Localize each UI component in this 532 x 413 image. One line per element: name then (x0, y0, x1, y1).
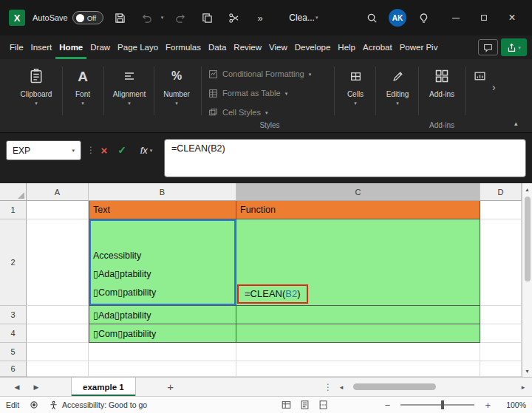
cell-D4[interactable] (480, 324, 522, 343)
zoom-slider-thumb[interactable] (441, 400, 444, 409)
cell-B6[interactable] (89, 361, 236, 377)
cell-C6[interactable] (236, 361, 480, 377)
format-as-table-button[interactable]: Format as Table ▾ (208, 84, 331, 102)
addins-button[interactable]: Add-ins (423, 64, 461, 126)
font-group-button[interactable]: A Font ▾ (66, 64, 99, 126)
row-header-5[interactable]: 5 (0, 343, 27, 361)
search-button[interactable] (362, 8, 381, 27)
horizontal-scroll-track[interactable] (347, 382, 517, 392)
vertical-scroll-thumb[interactable] (525, 197, 531, 281)
zoom-in-button[interactable]: + (485, 400, 491, 411)
alignment-group-button[interactable]: Alignment ▾ (108, 64, 151, 126)
horizontal-scrollbar[interactable]: ◂ ▸ (335, 378, 529, 396)
cells-group-button[interactable]: Cells ▾ (338, 64, 372, 126)
sheetbar-divider-handle[interactable]: ⋮ (321, 378, 335, 396)
tab-view[interactable]: View (265, 35, 291, 59)
tab-draw[interactable]: Draw (86, 35, 114, 59)
scroll-left-icon[interactable]: ◂ (335, 383, 347, 391)
cell-D5[interactable] (480, 343, 522, 361)
cancel-button[interactable]: × (96, 140, 112, 160)
cut-button[interactable] (224, 8, 243, 27)
cell-D2[interactable] (480, 219, 522, 306)
cell-A3[interactable] (27, 306, 89, 324)
cell-B5[interactable] (89, 343, 236, 361)
tab-home[interactable]: Home (55, 35, 86, 59)
tab-power-pivot[interactable]: Power Piv (396, 35, 442, 59)
row-header-2[interactable]: 2 (0, 219, 27, 306)
undo-caret-icon[interactable]: ▾ (161, 15, 164, 21)
account-avatar[interactable]: AK (389, 9, 406, 27)
column-header-B[interactable]: B (89, 183, 236, 201)
maximize-button[interactable] (473, 7, 495, 29)
page-layout-view-icon[interactable] (299, 400, 310, 410)
cell-B3[interactable]: ▯Ada▯ptability (89, 306, 236, 324)
cell-C2[interactable]: =CLEAN(B2) (236, 219, 480, 306)
redo-button[interactable] (171, 8, 190, 27)
cell-A5[interactable] (27, 343, 89, 361)
formula-input[interactable]: =CLEAN(B2) (164, 139, 526, 177)
page-break-view-icon[interactable] (318, 400, 329, 410)
column-header-D[interactable]: D (480, 183, 522, 201)
accessibility-status[interactable]: Accessibility: Good to go (49, 400, 147, 410)
sheet-nav-left-button[interactable]: ◀ (7, 378, 27, 396)
macro-record-button[interactable] (30, 400, 38, 409)
vertical-scrollbar[interactable]: ▴ ▾ (522, 183, 532, 377)
tab-insert[interactable]: Insert (27, 35, 56, 59)
collapse-ribbon-button[interactable]: ▴ (514, 120, 518, 127)
cell-A4[interactable] (27, 324, 89, 343)
enter-button[interactable]: ✓ (114, 140, 130, 160)
autosave-control[interactable]: AutoSave Off (33, 11, 103, 24)
tell-me-button[interactable] (414, 8, 433, 27)
cell-A2[interactable] (27, 219, 89, 306)
name-box[interactable]: EXP ▾ (6, 140, 81, 160)
select-all-corner[interactable] (0, 183, 27, 201)
number-group-button[interactable]: % Number ▾ (158, 64, 195, 126)
cell-D3[interactable] (480, 306, 522, 324)
zoom-slider[interactable] (400, 404, 474, 406)
save-button[interactable] (111, 8, 130, 27)
paste-button[interactable] (197, 8, 216, 27)
document-title[interactable]: Clea... ▾ (289, 13, 318, 23)
cell-styles-button[interactable]: Cell Styles ▾ (208, 103, 331, 121)
tab-review[interactable]: Review (230, 35, 265, 59)
cell-C5[interactable] (236, 343, 480, 361)
row-header-6[interactable]: 6 (0, 361, 27, 377)
autosave-toggle[interactable]: Off (72, 11, 103, 24)
analyze-data-button[interactable] (468, 64, 491, 126)
cell-C3[interactable] (236, 306, 480, 324)
editing-group-button[interactable]: Editing ▾ (380, 64, 415, 126)
toolbar-overflow-button[interactable]: » (250, 8, 270, 27)
sheet-tab-example1[interactable]: example 1 (71, 378, 136, 396)
add-sheet-button[interactable]: + (158, 378, 183, 396)
clipboard-group-button[interactable]: Clipboard ▾ (16, 64, 56, 126)
scroll-down-icon[interactable]: ▾ (522, 365, 532, 377)
cell-A6[interactable] (27, 361, 89, 377)
scroll-up-icon[interactable]: ▴ (522, 183, 532, 195)
scroll-right-icon[interactable]: ▸ (517, 383, 529, 391)
insert-function-button[interactable]: fx ▾ (133, 140, 160, 160)
cell-A1[interactable] (27, 201, 89, 219)
cell-C1[interactable]: Function (236, 201, 480, 219)
cell-B1[interactable]: Text (89, 201, 236, 219)
undo-button[interactable] (137, 8, 157, 27)
tab-formulas[interactable]: Formulas (162, 35, 205, 59)
column-header-C[interactable]: C (236, 183, 480, 201)
tab-developer[interactable]: Develope (291, 35, 335, 59)
close-button[interactable]: × (501, 7, 523, 29)
tab-acrobat[interactable]: Acrobat (359, 35, 396, 59)
cell-B2[interactable]: Accessiblity ▯Ada▯ptability ▯Com▯patibil… (89, 219, 236, 306)
zoom-level[interactable]: 100% (501, 400, 526, 409)
column-header-A[interactable]: A (27, 183, 89, 201)
minimize-button[interactable] (445, 7, 467, 29)
horizontal-scroll-thumb[interactable] (353, 383, 436, 390)
row-header-3[interactable]: 3 (0, 306, 27, 324)
share-button[interactable]: ▾ (501, 38, 527, 56)
cell-C4[interactable] (236, 324, 480, 343)
cell-D6[interactable] (480, 361, 522, 377)
comments-button[interactable] (478, 39, 498, 55)
normal-view-icon[interactable] (281, 400, 292, 410)
row-header-4[interactable]: 4 (0, 324, 27, 343)
tab-help[interactable]: Help (334, 35, 359, 59)
row-header-1[interactable]: 1 (0, 201, 27, 219)
cell-D1[interactable] (480, 201, 522, 219)
